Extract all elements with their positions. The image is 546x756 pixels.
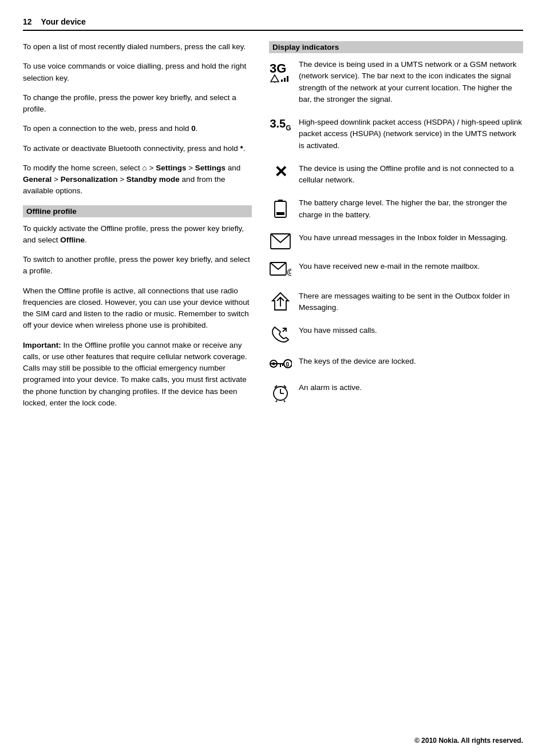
page-number: 12 — [23, 17, 32, 26]
right-column: Display indicators 3G — [269, 41, 523, 417]
indicator-x: ✕ The device is using the Offline profil… — [269, 163, 523, 186]
footer-copyright: © 2010 Nokia. All rights reserved. — [414, 737, 523, 745]
offline-p1-pre: To quickly activate the Offline profile,… — [23, 224, 244, 244]
offline-p1-post: . — [85, 236, 87, 244]
3g-svg: 3G — [270, 60, 291, 83]
indicator-3g: 3G — [269, 59, 523, 105]
outbox-icon — [269, 291, 292, 312]
page-footer: © 2010 Nokia. All rights reserved. — [414, 737, 523, 745]
indicator-35g-text: High-speed downlink packet access (HSDPA… — [299, 117, 523, 152]
offline-para2: To switch to another profile, press the … — [23, 254, 252, 277]
offline-p1-bold: Offline — [60, 236, 85, 244]
battery-icon — [269, 197, 292, 219]
indicator-alarm-text: An alarm is active. — [299, 382, 523, 393]
35g-icon: 3.5G — [269, 117, 292, 132]
indicator-envelope: You have unread messages in the Inbox fo… — [269, 232, 523, 249]
indicator-battery-text: The battery charge level. The higher the… — [299, 197, 523, 221]
svg-rect-4 — [284, 78, 286, 82]
left-column: To open a list of most recently dialed n… — [23, 41, 252, 417]
indicator-alarm: An alarm is active. — [269, 382, 523, 403]
indicator-list: 3G — [269, 59, 523, 403]
page-header: 12 Your device — [23, 17, 523, 31]
home-pre: To modify the home screen, select — [23, 164, 143, 172]
home-bold1: Settings — [156, 164, 186, 172]
svg-rect-8 — [276, 212, 284, 215]
important-label: Important: — [23, 341, 61, 349]
para-voice-commands: To use voice commands or voice dialling,… — [23, 61, 252, 84]
email-icon: @ — [269, 261, 292, 279]
svg-rect-5 — [287, 76, 288, 82]
indicator-keys-locked-text: The keys of the device are locked. — [299, 356, 523, 367]
offline-heading: Offline profile — [23, 205, 252, 217]
keys-locked-icon: 0 — [269, 356, 292, 371]
indicator-battery: The battery charge level. The higher the… — [269, 197, 523, 221]
svg-text:@: @ — [287, 267, 291, 276]
home-mid2: > — [186, 164, 195, 172]
indicator-missed-calls-text: You have missed calls. — [299, 325, 523, 336]
missed-calls-icon — [269, 325, 292, 344]
3g-icon: 3G — [269, 59, 292, 83]
para-web-post: . — [196, 124, 198, 133]
x-icon: ✕ — [269, 163, 292, 180]
para-web-connection: To open a connection to the web, press a… — [23, 123, 252, 134]
svg-text:0: 0 — [286, 361, 290, 368]
page: 12 Your device To open a list of most re… — [0, 0, 546, 756]
home-mid4: > — [52, 175, 60, 184]
important-text: In the Offline profile you cannot make o… — [23, 341, 247, 407]
svg-text:3G: 3G — [270, 61, 286, 75]
home-bold2: Settings — [195, 164, 225, 172]
home-mid3: and — [225, 164, 240, 172]
indicator-x-text: The device is using the Offline profile … — [299, 163, 523, 186]
home-bold5: Standby mode — [126, 175, 180, 184]
alarm-svg — [271, 383, 290, 403]
indicator-3g-text: The device is being used in a UMTS netwo… — [299, 59, 523, 105]
home-icon: ⌂ — [143, 164, 147, 172]
para-change-profile: To change the profile, press the power k… — [23, 92, 252, 116]
indicator-email-text: You have received new e-mail in the remo… — [299, 261, 523, 272]
indicator-missed-calls: You have missed calls. — [269, 325, 523, 344]
keys-locked-svg: 0 — [269, 357, 292, 371]
outbox-svg — [271, 292, 290, 312]
para-web-pre: To open a connection to the web, press a… — [23, 124, 191, 133]
alarm-icon — [269, 382, 292, 403]
home-mid5: > — [117, 175, 126, 184]
indicator-outbox: There are messages waiting to be sent in… — [269, 291, 523, 314]
svg-point-19 — [272, 363, 275, 365]
indicator-email: @ You have received new e-mail in the re… — [269, 261, 523, 279]
para-home-screen: To modify the home screen, select ⌂ > Se… — [23, 162, 252, 197]
svg-rect-3 — [281, 79, 283, 82]
envelope-svg — [270, 233, 291, 249]
home-bold4: Personalization — [61, 175, 118, 184]
indicator-keys-locked: 0 The keys of the device are locked. — [269, 356, 523, 371]
battery-svg — [272, 198, 288, 219]
main-content: To open a list of most recently dialed n… — [23, 41, 523, 417]
svg-line-27 — [276, 400, 277, 402]
svg-marker-1 — [271, 75, 279, 82]
para-bt-post: . — [243, 144, 246, 153]
email-svg: @ — [270, 262, 291, 279]
svg-line-28 — [284, 400, 285, 402]
para-bt-pre: To activate or deactivate Bluetooth conn… — [23, 144, 240, 153]
indicator-outbox-text: There are messages waiting to be sent in… — [299, 291, 523, 314]
home-mid1: > — [147, 164, 156, 172]
indicator-35g: 3.5G High-speed downlink packet access (… — [269, 117, 523, 152]
page-title: Your device — [41, 17, 86, 26]
para-web-bold: 0 — [191, 124, 196, 133]
important-para: Important: In the Offline profile you ca… — [23, 340, 252, 409]
para-recently-dialed: To open a list of most recently dialed n… — [23, 41, 252, 53]
envelope-icon — [269, 232, 292, 249]
missed-calls-svg — [270, 326, 291, 344]
para-bluetooth: To activate or deactivate Bluetooth conn… — [23, 143, 252, 154]
display-indicators-heading: Display indicators — [269, 41, 523, 53]
offline-para3: When the Offline profile is active, all … — [23, 285, 252, 332]
svg-rect-7 — [278, 200, 283, 202]
home-bold3: General — [23, 175, 52, 184]
offline-para1: To quickly activate the Offline profile,… — [23, 223, 252, 246]
indicator-envelope-text: You have unread messages in the Inbox fo… — [299, 232, 523, 244]
